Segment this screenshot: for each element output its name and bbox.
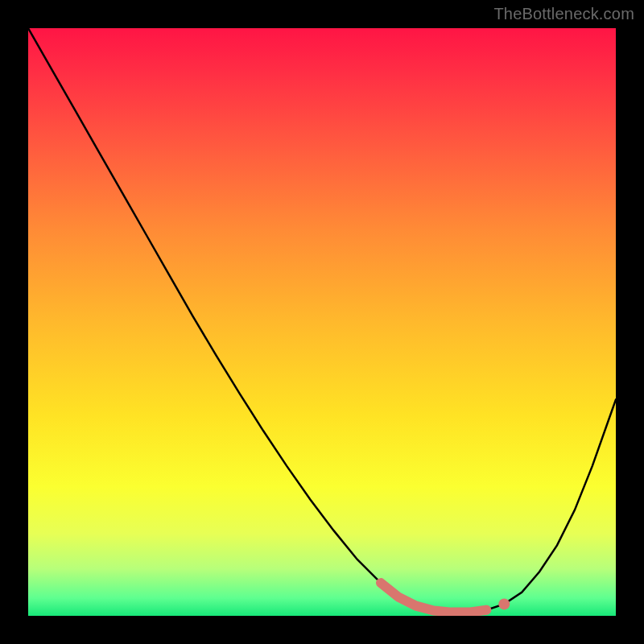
highlight-segment (381, 583, 486, 613)
curve-layer (28, 28, 616, 616)
bottleneck-curve (28, 28, 616, 613)
highlight-dot (498, 598, 510, 609)
watermark-text: TheBottleneck.com (493, 5, 634, 23)
chart-frame: TheBottleneck.com (0, 0, 644, 644)
plot-area (28, 28, 616, 616)
